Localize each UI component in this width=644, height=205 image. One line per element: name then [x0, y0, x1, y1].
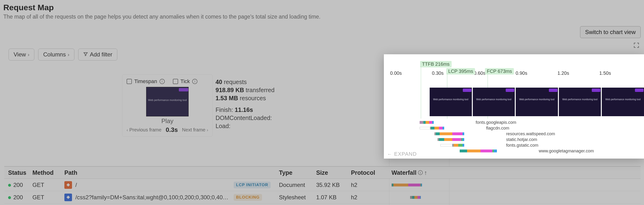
- tick-label: 0.90s: [516, 70, 558, 76]
- previous-frame-button[interactable]: ‹ Previous frame: [126, 127, 162, 133]
- host-name: flagcdn.com: [486, 126, 509, 131]
- prev-frame-label: Previous frame: [130, 127, 162, 132]
- col-type[interactable]: Type: [276, 169, 314, 176]
- transferred-size: 918.89 KB: [216, 87, 244, 93]
- waterfall-row-bar: [392, 184, 638, 187]
- stats-summary: 40 requests 918.89 KB transferred 1.53 M…: [216, 78, 274, 130]
- col-size[interactable]: Size: [314, 169, 348, 176]
- table-row[interactable]: 200 GET ❖ / LCP INITIATOR Document 35.92…: [4, 179, 641, 191]
- host-row: static.hotjar.com: [420, 137, 642, 142]
- method-cell: GET: [30, 194, 62, 201]
- status-code: 200: [13, 194, 23, 201]
- resources-label: resources: [238, 95, 266, 101]
- waterfall-header-label: Waterfall: [392, 169, 416, 176]
- load-label: Load:: [216, 122, 274, 130]
- tick-label: Tick: [180, 78, 190, 85]
- add-filter-label: Add filter: [90, 51, 112, 58]
- status-dot-icon: [8, 184, 11, 187]
- lcp-initiator-badge: LCP INITIATOR: [234, 182, 270, 188]
- host-row: resources.wattspeed.com: [420, 131, 642, 137]
- host-name: www.googletagmanager.com: [539, 149, 594, 154]
- page-subtitle: The map of all of the requests on the pa…: [3, 13, 641, 20]
- filmstrip-frame[interactable]: Web performance monitoring tool: [602, 88, 644, 116]
- host-name: fonts.gstatic.com: [506, 143, 538, 148]
- expand-button[interactable]: ← EXPAND: [387, 151, 417, 157]
- filmstrip-frame[interactable]: Web performance monitoring tool: [516, 88, 558, 116]
- page-title: Request Map: [3, 3, 641, 12]
- size-cell: 1.07 KB: [314, 194, 348, 201]
- filter-icon: [83, 51, 88, 58]
- type-cell: Document: [276, 182, 314, 188]
- next-frame-label: Next frame: [182, 127, 206, 132]
- col-status[interactable]: Status: [4, 169, 30, 176]
- ttfb-marker: TTFB 216ms: [420, 61, 452, 67]
- add-filter-button[interactable]: Add filter: [78, 49, 118, 60]
- play-button[interactable]: Play: [126, 117, 208, 125]
- method-cell: GET: [30, 182, 62, 188]
- col-method[interactable]: Method: [30, 169, 62, 176]
- blocking-badge: BLOCKING: [234, 194, 262, 201]
- view-dropdown[interactable]: View ›: [8, 49, 34, 60]
- requests-table: Status Method Path Type Size Protocol Wa…: [4, 166, 641, 204]
- host-row: flagcdn.com: [420, 125, 642, 131]
- columns-dropdown[interactable]: Columns ›: [38, 49, 74, 60]
- protocol-cell: h2: [348, 182, 389, 188]
- chevron-right-icon: ›: [207, 128, 208, 132]
- fcp-marker: FCP 673ms: [485, 68, 514, 74]
- waterfall-row-bar: [392, 196, 638, 199]
- filmstrip-frame[interactable]: Web performance monitoring tool: [473, 88, 515, 116]
- tick-checkbox[interactable]: [173, 79, 178, 84]
- finish-label: Finish:: [216, 106, 235, 113]
- host-row: fonts.googleapis.com: [420, 120, 642, 125]
- overview-card: Timespan i Tick i Web performance monito…: [122, 74, 213, 137]
- protocol-cell: h2: [348, 194, 389, 201]
- waterfall-popover: TTFB 216ms LCP 395ms FCP 673ms 0.00s 0.3…: [384, 54, 644, 159]
- col-protocol[interactable]: Protocol: [348, 169, 389, 176]
- col-path[interactable]: Path: [62, 169, 276, 176]
- filmstrip-frame[interactable]: Web performance monitoring tool: [559, 88, 601, 116]
- thumbnail-caption: Web performance monitoring tool: [146, 99, 188, 101]
- chevron-left-icon: ‹: [126, 128, 128, 132]
- finish-value: 11.16s: [235, 106, 253, 113]
- host-row: www.googletagmanager.com: [420, 148, 642, 154]
- chevron-right-icon: ›: [68, 52, 70, 57]
- filmstrip: Web performance monitoring tool Web perf…: [430, 88, 644, 116]
- path-text: /: [75, 182, 230, 188]
- filmstrip-frame[interactable]: Web performance monitoring tool: [430, 88, 472, 116]
- col-waterfall[interactable]: Waterfall i: [389, 169, 641, 176]
- info-icon[interactable]: i: [192, 79, 198, 84]
- timeline-ticks: 0.00s 0.30s 0.60s 0.90s 1.20s 1.50s: [390, 70, 641, 76]
- dcl-label: DOMContentLoaded:: [216, 114, 274, 122]
- status-dot-icon: [8, 196, 11, 199]
- type-cell: Stylesheet: [276, 194, 314, 201]
- sort-asc-icon: [424, 169, 427, 176]
- info-icon[interactable]: i: [160, 79, 165, 84]
- tick-label: 1.50s: [600, 70, 642, 76]
- info-icon[interactable]: i: [418, 170, 423, 175]
- host-name: fonts.googleapis.com: [476, 120, 516, 125]
- arrow-left-icon: ←: [387, 151, 392, 157]
- tick-label: 1.20s: [558, 70, 600, 76]
- size-cell: 35.92 KB: [314, 182, 348, 188]
- next-frame-button[interactable]: Next frame ›: [182, 127, 208, 133]
- chevron-right-icon: ›: [28, 52, 30, 57]
- css-file-icon: ❖: [64, 194, 72, 201]
- host-name: static.hotjar.com: [506, 137, 537, 142]
- host-bars: fonts.googleapis.comflagcdn.comresources…: [420, 120, 642, 154]
- request-count: 40: [216, 79, 222, 85]
- path-text: /css2?family=DM+Sans:ital,wght@0,100;0,2…: [75, 194, 230, 201]
- expand-label: EXPAND: [394, 151, 417, 157]
- host-name: resources.wattspeed.com: [506, 131, 555, 136]
- fullscreen-icon[interactable]: [633, 42, 640, 49]
- status-code: 200: [13, 182, 23, 188]
- host-row: fonts.gstatic.com: [420, 142, 642, 148]
- switch-chart-view-button[interactable]: Switch to chart view: [580, 26, 641, 38]
- current-frame-time: 0.3s: [166, 126, 178, 134]
- request-count-label: requests: [222, 79, 247, 85]
- transferred-label: transferred: [244, 87, 275, 93]
- html-file-icon: ❖: [64, 181, 72, 189]
- table-row[interactable]: 200 GET ❖ /css2?family=DM+Sans:ital,wght…: [4, 191, 641, 204]
- timespan-label: Timespan: [134, 78, 157, 85]
- timespan-checkbox[interactable]: [126, 79, 132, 84]
- columns-label: Columns: [43, 51, 66, 58]
